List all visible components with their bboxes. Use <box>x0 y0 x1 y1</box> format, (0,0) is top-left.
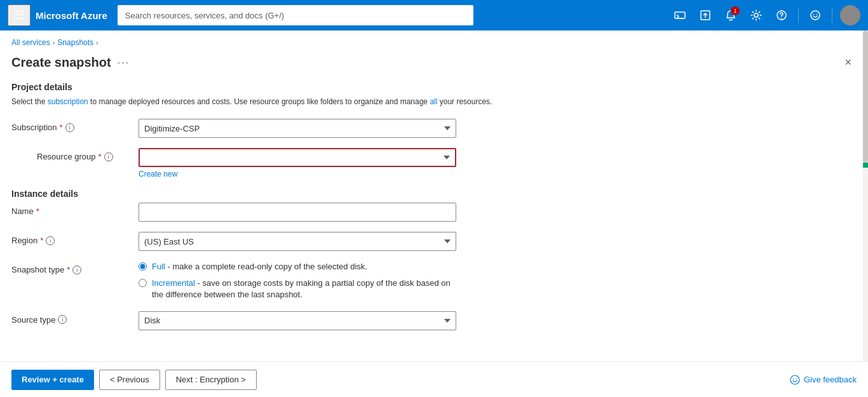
previous-button[interactable]: < Previous <box>99 370 160 390</box>
project-details-desc: Select the subscription to manage deploy… <box>11 96 857 107</box>
svg-point-6 <box>781 18 782 19</box>
full-label-suffix: - make a complete read-only copy of the … <box>165 262 367 271</box>
instance-details-title: Instance details <box>11 189 857 199</box>
subscription-required: * <box>60 123 63 132</box>
give-feedback-label: Give feedback <box>804 375 857 384</box>
project-details-section: Project details Select the subscription … <box>0 82 868 178</box>
incremental-label-suffix: - save on storage costs by making a part… <box>152 278 451 299</box>
source-type-control: Disk <box>139 311 456 330</box>
feedback-topbar-button[interactable] <box>804 4 827 27</box>
next-encryption-button[interactable]: Next : Encryption > <box>165 370 257 390</box>
svg-rect-0 <box>675 12 685 18</box>
scroll-thumb[interactable] <box>863 30 868 163</box>
svg-point-7 <box>811 11 820 20</box>
app-logo: Microsoft Azure <box>36 10 107 21</box>
breadcrumb-snapshots[interactable]: Snapshots <box>57 38 93 47</box>
region-label: Region * i <box>11 232 139 245</box>
give-feedback-button[interactable]: Give feedback <box>790 375 857 385</box>
snapshot-type-full-option[interactable]: Full - make a complete read-only copy of… <box>139 261 456 273</box>
snapshot-type-info-icon[interactable]: i <box>72 266 81 274</box>
topbar-divider2 <box>832 8 832 23</box>
subscription-row: Subscription * i Digitimize-CSP <box>11 119 857 138</box>
region-row: Region * i (US) East US <box>11 232 857 251</box>
resource-group-control: Create new <box>139 148 456 178</box>
svg-point-4 <box>754 13 758 17</box>
resource-group-label: Resource group * i <box>11 148 139 161</box>
notifications-button[interactable]: 1 <box>719 4 742 27</box>
snapshot-type-row: Snapshot type * i Full - make a complete… <box>11 261 857 301</box>
region-info-icon[interactable]: i <box>46 236 55 245</box>
snapshot-type-full-label: Full - make a complete read-only copy of… <box>152 261 367 273</box>
svg-point-8 <box>813 14 815 15</box>
breadcrumb-sep-1: › <box>53 39 55 46</box>
source-type-info-icon[interactable]: i <box>58 315 67 324</box>
breadcrumb-sep-2: › <box>96 39 98 46</box>
scroll-accent <box>863 163 868 168</box>
cloud-shell-button[interactable] <box>668 4 691 27</box>
help-button[interactable] <box>770 4 793 27</box>
full-label-prefix: Full <box>152 262 165 271</box>
desc-text-1: Select the <box>11 97 48 106</box>
feedback-icon <box>790 375 800 385</box>
name-input[interactable] <box>139 203 456 222</box>
snapshot-type-incremental-radio[interactable] <box>139 279 147 287</box>
resource-group-row: Resource group * i Create new <box>11 148 857 178</box>
desc-text-2: to manage deployed resources and costs. … <box>88 97 430 106</box>
region-select[interactable]: (US) East US <box>139 232 456 251</box>
source-type-select[interactable]: Disk <box>139 311 456 330</box>
svg-point-9 <box>817 14 818 15</box>
name-required: * <box>36 206 39 216</box>
snapshot-type-incremental-option[interactable]: Incremental - save on storage costs by m… <box>139 278 456 300</box>
user-avatar[interactable] <box>840 5 860 25</box>
page-title-row: Create snapshot ··· × <box>0 51 868 82</box>
region-control: (US) East US <box>139 232 456 251</box>
snapshot-type-full-radio[interactable] <box>139 262 147 271</box>
desc-text-3: your resources. <box>437 97 492 106</box>
resource-group-info-icon[interactable]: i <box>104 152 113 161</box>
breadcrumb: All services › Snapshots › <box>0 30 868 51</box>
review-create-button[interactable]: Review + create <box>11 370 94 390</box>
snapshot-type-required: * <box>67 265 70 274</box>
snapshot-type-radio-group: Full - make a complete read-only copy of… <box>139 261 456 301</box>
name-row: Name * <box>11 203 857 222</box>
topbar: ☰ Microsoft Azure 1 <box>0 0 868 30</box>
settings-button[interactable] <box>745 4 768 27</box>
svg-point-11 <box>796 378 797 379</box>
source-type-label: Source type i <box>11 311 139 325</box>
snapshot-type-control: Full - make a complete read-only copy of… <box>139 261 456 301</box>
upload-button[interactable] <box>694 4 717 27</box>
subscription-link[interactable]: subscription <box>48 97 88 106</box>
resource-group-required: * <box>98 152 102 161</box>
snapshot-type-incremental-label: Incremental - save on storage costs by m… <box>152 278 456 300</box>
hamburger-menu-button[interactable]: ☰ <box>8 4 31 26</box>
topbar-divider <box>798 8 799 23</box>
resource-group-select[interactable] <box>139 148 456 167</box>
name-control <box>139 203 456 222</box>
subscription-info-icon[interactable]: i <box>65 123 74 132</box>
page-title: Create snapshot <box>11 55 111 70</box>
instance-details-section: Instance details Name * Region * i (US) … <box>0 189 868 330</box>
project-details-title: Project details <box>11 82 857 92</box>
create-new-link[interactable]: Create new <box>139 170 456 178</box>
name-label: Name * <box>11 203 139 216</box>
breadcrumb-all-services[interactable]: All services <box>11 38 50 47</box>
bottom-bar: Review + create < Previous Next : Encryp… <box>0 361 868 397</box>
scroll-track <box>863 30 868 361</box>
source-type-row: Source type i Disk <box>11 311 857 330</box>
all-link[interactable]: all <box>430 97 437 106</box>
svg-point-10 <box>793 378 794 379</box>
region-required: * <box>40 236 43 245</box>
snapshot-type-label: Snapshot type * i <box>11 261 139 274</box>
subscription-label: Subscription * i <box>11 119 139 132</box>
search-input[interactable] <box>118 5 473 25</box>
subscription-control: Digitimize-CSP <box>139 119 456 138</box>
incremental-label-prefix: Incremental <box>152 278 195 288</box>
topbar-icons: 1 <box>668 4 860 27</box>
close-button[interactable]: × <box>839 53 857 72</box>
subscription-select[interactable]: Digitimize-CSP <box>139 119 456 138</box>
page-more-options-button[interactable]: ··· <box>118 57 130 69</box>
page-container: All services › Snapshots › Create snapsh… <box>0 30 868 361</box>
notification-badge: 1 <box>731 6 740 15</box>
